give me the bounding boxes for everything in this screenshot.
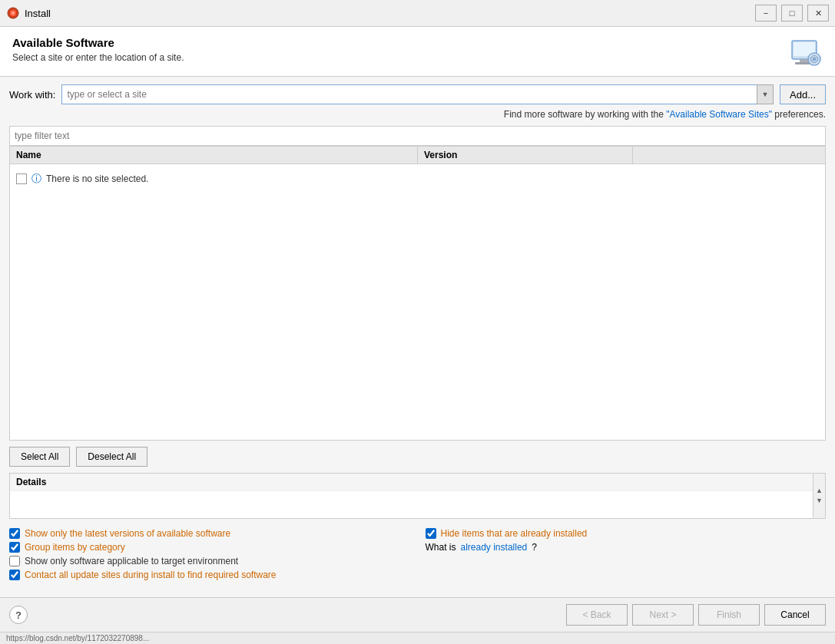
- options-section: Show only the latest versions of availab…: [9, 525, 826, 583]
- opt1-checkbox[interactable]: [9, 528, 20, 539]
- opt6-prefix: What is: [426, 542, 456, 553]
- sites-suffix: preferences.: [772, 109, 826, 120]
- opt6-suffix: ?: [532, 542, 537, 553]
- nav-buttons: < Back Next > Finish Cancel: [566, 604, 826, 626]
- header-text: Available Software Select a site or ente…: [12, 36, 184, 63]
- bottom-bar: ? < Back Next > Finish Cancel: [0, 597, 835, 632]
- deselect-all-button[interactable]: Deselect All: [76, 447, 147, 467]
- title-bar: Install − □ ✕: [0, 0, 835, 27]
- details-header: Details: [10, 474, 825, 491]
- finish-button[interactable]: Finish: [698, 604, 760, 626]
- svg-point-2: [12, 12, 15, 15]
- back-button[interactable]: < Back: [566, 604, 628, 626]
- opt3-checkbox[interactable]: [9, 556, 20, 566]
- option-row-3: Show only software applicable to target …: [9, 556, 410, 566]
- details-scrollbar[interactable]: ▲ ▼: [813, 474, 825, 518]
- title-bar-icon: [6, 6, 20, 20]
- title-bar-title: Install: [25, 8, 755, 19]
- add-button[interactable]: Add...: [780, 84, 826, 104]
- info-icon: ⓘ: [31, 172, 41, 186]
- header-icon: [786, 36, 823, 67]
- no-site-text: There is no site selected.: [46, 173, 148, 184]
- option-row-2: Group items by category: [9, 542, 410, 553]
- table-body: ⓘ There is no site selected.: [10, 164, 825, 193]
- site-input[interactable]: [61, 84, 774, 104]
- option-row-4: Contact all update sites during install …: [9, 570, 410, 580]
- scroll-down-arrow[interactable]: ▼: [816, 496, 823, 506]
- content-area: Work with: ▼ Add... Find more software b…: [0, 77, 835, 597]
- opt4-checkbox[interactable]: [9, 570, 20, 580]
- close-button[interactable]: ✕: [807, 5, 829, 21]
- already-installed-link[interactable]: already installed: [461, 542, 528, 553]
- details-section: Details ▲ ▼: [9, 473, 826, 519]
- scroll-up-arrow[interactable]: ▲: [816, 486, 823, 496]
- select-all-button[interactable]: Select All: [9, 447, 70, 467]
- work-with-row: Work with: ▼ Add...: [9, 84, 826, 104]
- option-row-6: What is already installed ?: [426, 542, 827, 553]
- opt2-checkbox[interactable]: [9, 542, 20, 553]
- header-section: Available Software Select a site or ente…: [0, 27, 835, 77]
- opt3-label: Show only software applicable to target …: [25, 556, 238, 566]
- dialog-body: Available Software Select a site or ente…: [0, 27, 835, 644]
- maximize-button[interactable]: □: [781, 5, 803, 21]
- minimize-button[interactable]: −: [755, 5, 777, 21]
- url-text: https://blog.csdn.net/by/1172032270898..…: [6, 634, 149, 642]
- opt2-label: Group items by category: [25, 542, 125, 553]
- sites-row: Find more software by working with the "…: [9, 109, 826, 120]
- site-combo-wrapper[interactable]: ▼: [61, 84, 774, 104]
- opt5-label: Hide items that are already installed: [441, 528, 588, 539]
- buttons-row: Select All Deselect All: [9, 441, 826, 473]
- page-title: Available Software: [12, 36, 184, 49]
- sites-prefix: Find more software by working with the: [504, 109, 666, 120]
- title-bar-controls: − □ ✕: [755, 5, 829, 21]
- page-subtitle: Select a site or enter the location of a…: [12, 52, 184, 63]
- no-site-row: ⓘ There is no site selected.: [16, 169, 819, 189]
- next-button[interactable]: Next >: [632, 604, 694, 626]
- available-software-sites-link[interactable]: "Available Software Sites": [666, 109, 772, 120]
- work-with-label: Work with:: [9, 89, 55, 101]
- opt5-checkbox[interactable]: [426, 528, 436, 539]
- col-extra-header: [633, 147, 825, 163]
- opt1-label: Show only the latest versions of availab…: [25, 528, 230, 539]
- filter-input[interactable]: [9, 126, 826, 146]
- svg-rect-5: [800, 59, 809, 62]
- no-site-checkbox[interactable]: [16, 173, 27, 184]
- option-row-5: Hide items that are already installed: [426, 528, 827, 539]
- svg-point-9: [813, 58, 816, 61]
- table-header: Name Version: [10, 147, 825, 164]
- help-button[interactable]: ?: [9, 606, 28, 624]
- cancel-button[interactable]: Cancel: [764, 604, 826, 626]
- details-content: [10, 491, 825, 497]
- opt4-label: Contact all update sites during install …: [25, 570, 277, 580]
- option-row-1: Show only the latest versions of availab…: [9, 528, 410, 539]
- col-version-header: Version: [418, 147, 633, 163]
- url-bar: https://blog.csdn.net/by/1172032270898..…: [0, 632, 835, 644]
- col-name-header: Name: [10, 147, 418, 163]
- package-table: Name Version ⓘ There is no site selected…: [9, 146, 826, 441]
